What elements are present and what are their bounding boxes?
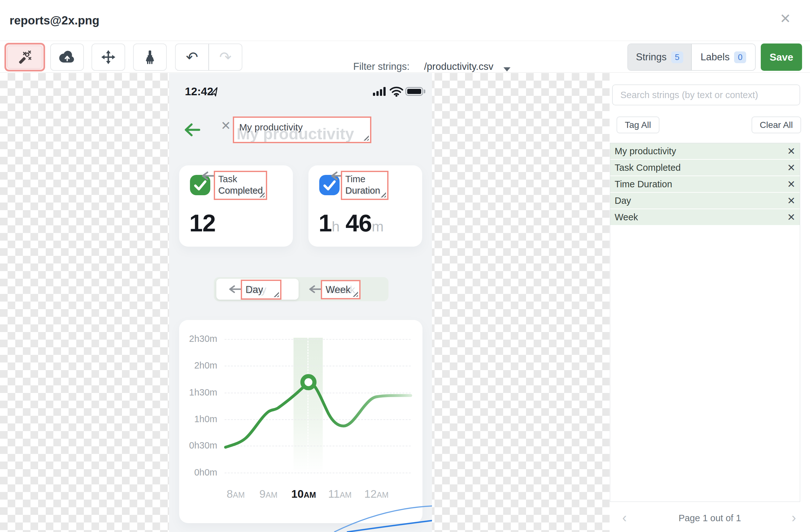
canvas-area: 12:42 ✕	[0, 73, 610, 532]
string-overlay-week: Week	[326, 284, 351, 296]
close-icon[interactable]: ✕	[780, 12, 791, 26]
status-time: 12:42	[185, 85, 213, 98]
tab-strings[interactable]: Strings 5	[628, 44, 692, 70]
tasks-value: 12	[189, 209, 216, 237]
pagination-text: Page 1 out of 1	[610, 513, 810, 523]
redo-icon: ↷	[219, 50, 231, 64]
string-overlay-day: Day	[245, 284, 263, 296]
brush-icon	[144, 50, 156, 64]
duration-hours: 1	[319, 210, 331, 236]
remove-string-icon[interactable]: ✕	[787, 196, 795, 206]
string-tagging-editor: reports@2x.png ✕	[0, 0, 810, 532]
string-text: Task Completed	[610, 163, 681, 173]
filter-file-dropdown[interactable]: /productivity.csv	[424, 61, 493, 72]
annotation-box-week[interactable]: Week Week	[321, 280, 360, 299]
string-list-item[interactable]: Time Duration✕	[610, 176, 800, 192]
signal-strength-icon	[373, 87, 386, 96]
file-title: reports@2x.png	[10, 14, 99, 27]
annotation-box-task-completed[interactable]: Completed Task Completed	[214, 171, 267, 200]
string-text: My productivity	[610, 146, 676, 156]
task-completed-card: Completed Task Completed 12	[179, 165, 293, 247]
tag-all-button[interactable]: Tag All	[617, 116, 660, 133]
location-arrow-icon	[210, 87, 218, 97]
string-overlay-duration: Duration	[345, 185, 380, 196]
strings-labels-tabs: Strings 5 Labels 0	[627, 44, 756, 71]
remove-string-icon[interactable]: ✕	[787, 179, 795, 189]
header-bar: reports@2x.png ✕	[0, 0, 810, 41]
annotation-box-day[interactable]: Day Day	[241, 280, 281, 300]
next-page-icon[interactable]: ›	[792, 511, 796, 525]
duration-minutes-unit: m	[372, 218, 384, 235]
undo-button[interactable]: ↶	[176, 44, 209, 70]
annotation-box-title[interactable]: My productivity My productivity	[233, 116, 371, 143]
strings-count-badge: 5	[671, 51, 683, 63]
remove-string-icon[interactable]: ✕	[787, 212, 795, 222]
duration-hours-unit: h	[331, 218, 340, 235]
string-text: Time Duration	[610, 179, 672, 189]
save-button[interactable]: Save	[761, 44, 802, 71]
redo-button[interactable]: ↷	[209, 44, 242, 70]
clear-all-button[interactable]: Clear All	[751, 116, 801, 133]
deselect-annotation-icon[interactable]: ✕	[221, 119, 231, 133]
move-button[interactable]	[92, 44, 125, 71]
battery-nub	[424, 89, 425, 93]
resize-handle[interactable]	[273, 292, 279, 297]
screenshot-preview: 12:42 ✕	[169, 73, 432, 532]
strings-sidebar: Tag All Clear All My productivity✕Task C…	[610, 73, 810, 532]
string-list: My productivity✕Task Completed✕Time Dura…	[610, 143, 800, 502]
day-week-toggle: Day Day Week Week	[214, 277, 388, 301]
filter-strings-label: Filter strings:	[353, 61, 409, 72]
string-text: Week	[610, 212, 638, 222]
undo-redo-group: ↶ ↷	[175, 44, 242, 71]
search-input[interactable]	[612, 84, 800, 105]
string-overlay-time: Time	[345, 174, 365, 184]
tab-labels[interactable]: Labels 0	[692, 44, 755, 70]
x-axis-tick: 8AM	[227, 487, 245, 500]
remove-string-icon[interactable]: ✕	[787, 146, 795, 156]
toolbar: ↶ ↷ Filter strings: /productivity.csv St…	[0, 41, 810, 73]
remove-string-icon[interactable]: ✕	[787, 163, 795, 173]
magic-wand-button-inner	[7, 46, 42, 69]
time-duration-card: Duration Time Duration 1h 46m	[308, 165, 422, 247]
move-icon	[101, 50, 116, 64]
resize-handle[interactable]	[363, 135, 369, 140]
brush-button[interactable]	[133, 44, 167, 71]
upload-cloud-icon	[59, 51, 75, 64]
string-list-item[interactable]: Task Completed✕	[610, 160, 800, 176]
string-list-item[interactable]: Day✕	[610, 193, 800, 209]
undo-icon: ↶	[186, 50, 198, 64]
x-axis-tick: 9AM	[260, 487, 278, 500]
dropdown-caret-icon[interactable]	[503, 67, 511, 71]
peak-marker	[303, 376, 314, 388]
string-text: Day	[610, 196, 631, 206]
tab-strings-label: Strings	[636, 51, 666, 63]
battery-icon	[405, 87, 423, 96]
tab-labels-label: Labels	[701, 51, 730, 63]
wifi-icon	[389, 86, 403, 97]
labels-count-badge: 0	[734, 51, 746, 63]
duration-value: 1h 46m	[319, 209, 384, 237]
productivity-chart-card: 2h30m2h0m1h30m1h0m0h30m0h0m 8	[179, 320, 422, 523]
back-arrow-icon	[183, 122, 200, 137]
pagination: ‹ Page 1 out of 1 ›	[610, 511, 810, 526]
duration-minutes: 46	[345, 210, 372, 236]
annotation-box-time-duration[interactable]: Duration Time Duration	[341, 171, 388, 200]
string-overlay-task: Task	[218, 174, 237, 184]
string-overlay-completed: Completed	[218, 185, 263, 196]
resize-handle[interactable]	[380, 192, 386, 197]
string-list-item[interactable]: My productivity✕	[610, 143, 800, 159]
string-list-item[interactable]: Week✕	[610, 209, 800, 225]
magic-wand-button[interactable]	[4, 43, 45, 71]
string-overlay-title: My productivity	[239, 122, 303, 133]
upload-button[interactable]	[50, 44, 84, 71]
next-chart-preview-lines	[296, 495, 432, 532]
